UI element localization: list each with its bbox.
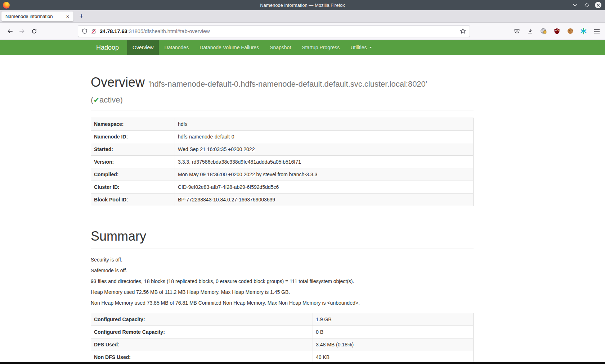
cookie-extension-icon[interactable] [566,27,574,35]
table-row: Started:Wed Sep 21 16:03:35 +0200 2022 [91,143,474,156]
summary-line: Security is off. [91,256,474,263]
privacy-extension-icon[interactable] [539,27,547,35]
toolbar-extensions-area: uO [513,27,601,35]
table-row: Cluster ID:CID-9ef02e83-afb7-4f28-ab29-6… [91,181,474,194]
window-bottom-border [0,362,605,364]
colorful-asterisk-extension-icon[interactable] [579,27,587,35]
row-label: Cluster ID: [91,181,175,194]
ublock-origin-icon[interactable]: uO [553,27,561,35]
row-value: Mon May 09 18:36:00 +0200 2022 by stevel… [175,168,474,181]
row-label: Namespace: [91,118,175,131]
summary-line: Safemode is off. [91,267,474,274]
forward-arrow-icon [19,28,25,34]
bookmark-star-icon[interactable] [460,28,466,34]
url-bar[interactable]: 34.78.17.63:31805/dfshealth.html#tab-ove… [78,25,470,37]
divider [91,110,474,110]
firefox-logo-icon [3,2,10,9]
row-label: Compiled: [91,168,175,181]
url-text: 34.78.17.63:31805/dfshealth.html#tab-ove… [100,28,457,34]
forward-button[interactable] [17,26,27,37]
overview-heading: Overview 'hdfs-namenode-default-0.hdfs-n… [91,75,474,91]
row-label: Block Pool ID: [91,194,175,206]
tab-namenode-information[interactable]: Namenode information × [1,12,73,21]
nav-item-label: Startup Progress [302,45,340,50]
close-icon [595,2,601,8]
nav-item-datanodes[interactable]: Datanodes [159,40,194,55]
nav-item-label: Snapshot [270,45,291,50]
close-button[interactable] [595,2,601,8]
check-icon: ✔ [93,96,99,104]
row-value: 3.3.3, rd37586cbda38c338d9fe481addda5a05… [175,156,474,168]
nav-item-label: Overview [133,45,153,50]
url-path: :31805/dfshealth.html#tab-overview [127,28,210,34]
row-label: Configured Capacity: [91,313,313,326]
capacity-table: Configured Capacity:1.9 GBConfigured Rem… [91,313,474,364]
table-row: Namenode ID:hdfs-namenode-default-0 [91,131,474,143]
downloads-icon[interactable] [526,27,534,35]
navigation-toolbar: 34.78.17.63:31805/dfshealth.html#tab-ove… [0,23,605,40]
overview-title: Overview [91,75,145,90]
row-label: Started: [91,143,175,156]
row-label: DFS Used: [91,338,313,351]
nav-item-label: Datanode Volume Failures [200,45,259,50]
table-row: Compiled:Mon May 09 18:36:00 +0200 2022 … [91,168,474,181]
row-value: 1.9 GB [313,313,474,326]
hadoop-nav-tabs: OverviewDatanodesDatanode Volume Failure… [127,40,377,55]
nav-item-snapshot[interactable]: Snapshot [264,40,296,55]
browser-window: Namenode information — Mozilla Firefox N… [0,0,605,364]
diamond-icon [584,3,589,8]
minimize-button[interactable] [572,2,578,8]
tab-title: Namenode information [5,14,64,19]
row-label: Version: [91,156,175,168]
window-controls [572,2,601,8]
row-value: 3.48 MB (0.18%) [313,338,474,351]
new-tab-button[interactable]: + [77,12,86,21]
window-title: Namenode information — Mozilla Firefox [0,3,605,8]
namenode-info-table: Namespace:hdfsNamenode ID:hdfs-namenode-… [91,118,474,206]
tab-close-icon[interactable]: × [64,13,71,20]
back-button[interactable] [4,26,15,37]
caret-down-icon [369,47,372,48]
nav-item-datanode-volume-failures[interactable]: Datanode Volume Failures [194,40,264,55]
table-row: Version:3.3.3, rd37586cbda38c338d9fe481a… [91,156,474,168]
summary-line: Heap Memory used 72.56 MB of 111.2 MB He… [91,288,474,296]
table-row: Configured Capacity:1.9 GB [91,313,474,326]
row-label: Namenode ID: [91,131,175,143]
table-row: Block Pool ID:BP-772238843-10.84.0.27-16… [91,194,474,206]
page-content: Overview 'hdfs-namenode-default-0.hdfs-n… [0,55,605,364]
nav-item-label: Datanodes [164,45,189,50]
chevron-down-icon [573,4,578,7]
reload-icon [31,28,37,34]
status-label: active) [99,95,123,104]
table-row: Configured Remote Capacity:0 B [91,326,474,338]
summary-paragraphs: Security is off.Safemode is off.93 files… [91,256,474,306]
summary-heading: Summary [91,229,474,244]
summary-line: 93 files and directories, 18 blocks (18 … [91,278,474,285]
row-label: Configured Remote Capacity: [91,326,313,338]
reload-button[interactable] [29,26,40,37]
row-value: hdfs-namenode-default-0 [175,131,474,143]
row-value: BP-772238843-10.84.0.27-1663769003639 [175,194,474,206]
row-value: hdfs [175,118,474,131]
row-value: 0 B [313,326,474,338]
svg-text:uO: uO [555,29,558,32]
row-value: CID-9ef02e83-afb7-4f28-ab29-6f592d5dd5c6 [175,181,474,194]
shield-icon[interactable] [82,28,88,34]
nav-item-label: Utilities [350,45,367,50]
tab-bar: Namenode information × + [0,10,605,23]
insecure-lock-icon[interactable] [91,28,97,34]
titlebar: Namenode information — Mozilla Firefox [0,0,605,10]
hadoop-brand[interactable]: Hadoop [91,40,124,55]
nav-item-overview[interactable]: Overview [127,40,159,55]
summary-line: Non Heap Memory used 73.85 MB of 76.81 M… [91,299,474,306]
menu-hamburger-icon[interactable] [593,27,601,35]
maximize-button[interactable] [583,2,590,8]
divider [91,249,474,249]
row-value: Wed Sep 21 16:03:35 +0200 2022 [175,143,474,156]
nav-item-utilities[interactable]: Utilities [345,40,377,55]
table-row: DFS Used:3.48 MB (0.18%) [91,338,474,351]
back-arrow-icon [7,28,13,34]
pocket-icon[interactable] [513,27,521,35]
namenode-address: 'hdfs-namenode-default-0.hdfs-namenode-d… [148,79,427,88]
nav-item-startup-progress[interactable]: Startup Progress [296,40,345,55]
